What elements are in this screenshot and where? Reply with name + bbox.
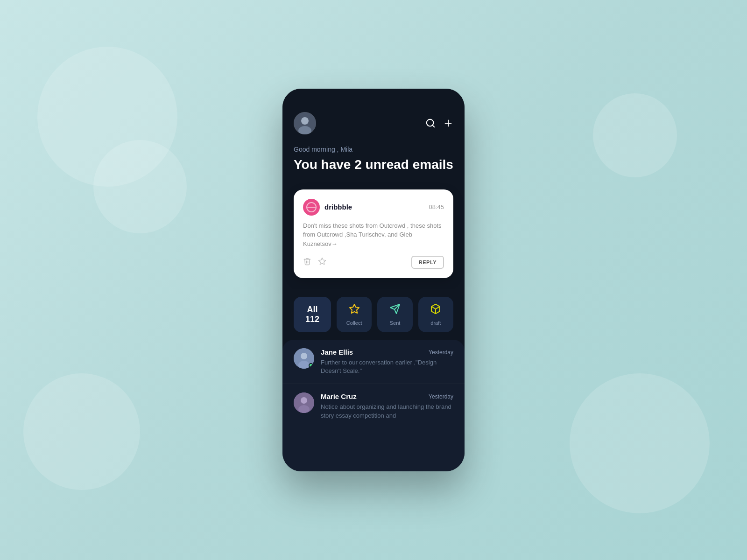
add-button[interactable] <box>443 118 453 128</box>
delete-email-button[interactable] <box>303 257 311 268</box>
greeting-text: Good morning , Mila <box>294 146 453 153</box>
tab-collect-label: Collect <box>346 320 362 326</box>
filter-tab-bar: All 112 Collect Sent <box>282 289 465 340</box>
email-header-jane: Jane Ellis Yesterday <box>321 348 453 356</box>
email-card-header: dribbble 08:45 <box>303 199 444 216</box>
email-header-marie: Marie Cruz Yesterday <box>321 392 453 400</box>
dribbble-inner-circle <box>306 202 317 212</box>
tab-all-count: 112 <box>305 315 319 324</box>
email-action-bar: REPLY <box>303 256 444 269</box>
search-button[interactable] <box>425 118 436 128</box>
header-top-bar <box>294 112 453 134</box>
header-actions <box>425 118 453 128</box>
bg-decoration-4 <box>593 93 677 177</box>
svg-marker-8 <box>350 304 359 313</box>
star-outline-icon <box>318 257 326 266</box>
online-indicator-jane <box>309 363 313 368</box>
featured-email-card[interactable]: dribbble 08:45 Don't miss these shots fr… <box>294 189 453 279</box>
trash-icon <box>303 257 311 266</box>
email-sender-info: dribbble <box>303 199 352 216</box>
email-time: 08:45 <box>429 203 444 210</box>
header-section: Good morning , Mila You have 2 unread em… <box>282 89 465 182</box>
email-snippet-marie: Notice about organizing and launching th… <box>321 403 453 420</box>
tab-draft[interactable]: draft <box>418 297 453 332</box>
collect-star-icon <box>349 303 360 317</box>
svg-marker-7 <box>319 258 326 264</box>
sender-name: dribbble <box>324 203 352 211</box>
tab-collect[interactable]: Collect <box>337 297 372 332</box>
contact-name-marie: Marie Cruz <box>321 392 357 400</box>
bg-decoration-2 <box>93 140 187 233</box>
email-list: Jane Ellis Yesterday Further to our conv… <box>282 340 465 471</box>
draft-box-icon <box>430 303 441 317</box>
email-content-jane: Jane Ellis Yesterday Further to our conv… <box>321 348 453 375</box>
add-icon <box>443 118 453 128</box>
email-item-jane[interactable]: Jane Ellis Yesterday Further to our conv… <box>282 340 465 384</box>
bg-decoration-5 <box>570 373 710 513</box>
bg-decoration-3 <box>23 373 140 490</box>
email-date-jane: Yesterday <box>429 349 453 356</box>
email-snippet-jane: Further to our conversation earlier ,"De… <box>321 358 453 375</box>
tab-sent[interactable]: Sent <box>377 297 412 332</box>
phone-frame: Good morning , Mila You have 2 unread em… <box>282 89 465 471</box>
email-content-marie: Marie Cruz Yesterday Notice about organi… <box>321 392 453 420</box>
star-email-button[interactable] <box>318 257 326 268</box>
contact-name-jane: Jane Ellis <box>321 348 353 356</box>
svg-line-4 <box>432 125 434 127</box>
tab-sent-label: Sent <box>390 320 401 326</box>
email-utility-icons <box>303 257 326 268</box>
tab-all[interactable]: All 112 <box>294 297 331 332</box>
svg-point-1 <box>301 117 309 125</box>
email-date-marie: Yesterday <box>429 393 453 400</box>
email-item-marie[interactable]: Marie Cruz Yesterday Notice about organi… <box>282 384 465 428</box>
email-preview-text: Don't miss these shots from Outcrowd , t… <box>303 221 444 249</box>
tab-draft-label: draft <box>430 320 441 326</box>
avatar-jane <box>294 348 314 369</box>
dribbble-logo <box>303 199 320 216</box>
featured-email-section: dribbble 08:45 Don't miss these shots fr… <box>282 182 465 290</box>
unread-title: You have 2 unread emails <box>294 157 453 173</box>
search-icon <box>425 118 436 128</box>
tab-all-label: All <box>307 305 317 315</box>
sent-arrow-icon <box>389 303 401 317</box>
svg-point-13 <box>301 353 307 359</box>
avatar-marie <box>294 392 314 413</box>
user-avatar[interactable] <box>294 112 316 134</box>
svg-point-16 <box>301 397 307 404</box>
reply-button[interactable]: REPLY <box>411 256 444 269</box>
